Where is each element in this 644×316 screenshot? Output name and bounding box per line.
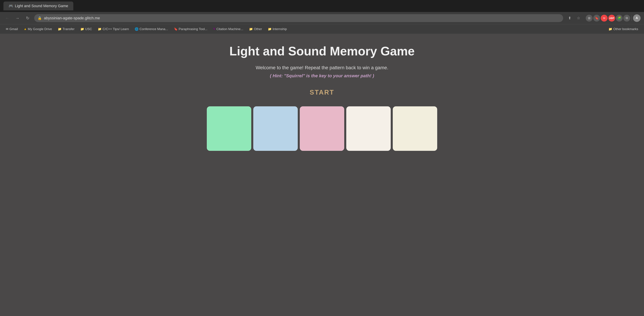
game-pad-cream2[interactable] [393, 106, 437, 151]
ext-new-tab[interactable]: ⊞ [586, 15, 592, 22]
bookmark-internship-label: Internship [272, 27, 287, 31]
url-text: abyssinian-agate-spade.glitch.me [44, 16, 100, 20]
ext-gmail[interactable]: M [601, 15, 608, 22]
bookmark-transfer-label: Transfer [62, 27, 74, 31]
conference-icon: 🌐 [135, 27, 138, 31]
main-content: Light and Sound Memory Game Welcome to t… [0, 34, 644, 316]
start-button[interactable]: START [310, 89, 334, 96]
game-pads [207, 106, 437, 151]
citation-icon: V [213, 27, 215, 31]
bookmark-conference-label: Conference Mana... [140, 27, 168, 31]
ext-puzzle[interactable]: 🧩 [616, 15, 623, 22]
avatar[interactable]: A [633, 14, 640, 22]
game-title: Light and Sound Memory Game [229, 44, 415, 58]
bookmark-google-drive[interactable]: ▲ My Google Drive [21, 26, 54, 32]
game-pad-pink[interactable] [300, 106, 344, 151]
reload-button[interactable]: ↻ [24, 14, 32, 22]
game-hint: ( Hint: "Squirrel" is the key to your an… [270, 73, 374, 79]
active-tab[interactable]: 🎮 Light and Sound Memory Game [4, 2, 73, 11]
bookmark-other-label: Other [254, 27, 262, 31]
bookmark-paraphrasing[interactable]: 🔖 Paraphrasing Tool... [172, 26, 210, 32]
tab-favicon: 🎮 [8, 4, 13, 8]
bookmark-cpp[interactable]: 📁 C/C++ Tips/ Learn [95, 26, 131, 32]
extension-icons: ⊞ 🔖 M ABP 🧩 ⧉ A [586, 14, 640, 22]
transfer-icon: 📁 [58, 27, 62, 31]
gmail-icon: ✉ [6, 27, 8, 31]
forward-button[interactable]: → [14, 14, 21, 22]
share-button[interactable]: ⬆ [566, 14, 574, 22]
bookmark-transfer[interactable]: 📁 Transfer [56, 26, 77, 32]
internship-icon: 📁 [268, 27, 272, 31]
nav-actions: ⬆ ☆ ⊞ 🔖 M ABP 🧩 ⧉ A [566, 14, 640, 22]
ext-abp[interactable]: ABP [608, 15, 615, 22]
game-pad-green[interactable] [207, 106, 251, 151]
game-subtitle: Welcome to the game! Repeat the pattern … [256, 65, 388, 71]
paraphrasing-icon: 🔖 [174, 27, 178, 31]
bookmark-other-bookmarks[interactable]: 📁 Other bookmarks [606, 26, 640, 32]
bookmark-google-drive-label: My Google Drive [28, 27, 52, 31]
game-pad-blue[interactable] [253, 106, 298, 151]
bookmark-button[interactable]: ☆ [575, 14, 582, 22]
bookmark-internship[interactable]: 📁 Internship [266, 26, 289, 32]
bookmark-usc[interactable]: 📁 USC [78, 26, 94, 32]
bookmark-other[interactable]: 📁 Other [247, 26, 264, 32]
tab-bar: 🎮 Light and Sound Memory Game [0, 0, 644, 12]
game-pad-cream1[interactable] [346, 106, 391, 151]
bookmark-gmail[interactable]: ✉ Gmail [4, 26, 20, 32]
bookmark-conference[interactable]: 🌐 Conference Mana... [132, 26, 170, 32]
back-button[interactable]: ← [4, 14, 11, 22]
ext-window[interactable]: ⧉ [623, 15, 630, 22]
lock-icon: 🔒 [38, 16, 42, 20]
cpp-icon: 📁 [98, 27, 102, 31]
bookmark-citation[interactable]: V Citation Machine... [211, 26, 246, 32]
bookmark-other-bookmarks-label: Other bookmarks [613, 27, 638, 31]
address-bar[interactable]: 🔒 abyssinian-agate-spade.glitch.me [34, 14, 563, 22]
bookmark-usc-label: USC [85, 27, 92, 31]
other-bookmarks-icon: 📁 [608, 27, 612, 31]
nav-separator [632, 16, 632, 21]
bookmark-citation-label: Citation Machine... [216, 27, 243, 31]
tab-label: Light and Sound Memory Game [15, 4, 68, 8]
usc-icon: 📁 [80, 27, 84, 31]
browser-chrome: 🎮 Light and Sound Memory Game ← → ↻ 🔒 ab… [0, 0, 644, 34]
google-drive-icon: ▲ [24, 27, 27, 31]
bookmark-paraphrasing-label: Paraphrasing Tool... [178, 27, 208, 31]
bookmark-gmail-label: Gmail [10, 27, 18, 31]
other-icon: 📁 [249, 27, 253, 31]
nav-bar: ← → ↻ 🔒 abyssinian-agate-spade.glitch.me… [0, 12, 644, 24]
bookmark-cpp-label: C/C++ Tips/ Learn [102, 27, 129, 31]
ext-bookmark-mgr[interactable]: 🔖 [593, 15, 600, 22]
bookmarks-bar: ✉ Gmail ▲ My Google Drive 📁 Transfer 📁 U… [0, 24, 644, 34]
